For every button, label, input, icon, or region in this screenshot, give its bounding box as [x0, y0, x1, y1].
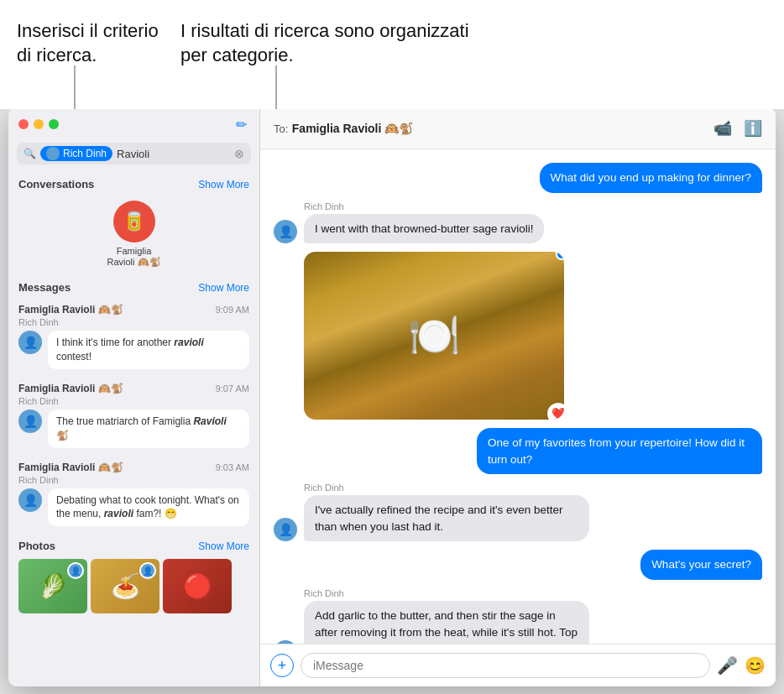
message-sub: Rich Dinh: [18, 396, 59, 406]
traffic-lights: [18, 119, 59, 129]
chat-recipient-name: Famiglia Ravioli 🙉🐒: [292, 122, 413, 135]
app-container: ✏ 🔍 Rich Dinh Ravioli ⊗ Conversations Sh…: [8, 107, 776, 686]
conversation-item[interactable]: 🥫 FamigliaRavioli 🙉🐒: [8, 194, 259, 274]
annotation-left: Inserisci il criterio di ricerca.: [17, 15, 164, 67]
minimize-button[interactable]: [34, 119, 44, 129]
reaction-bubble[interactable]: ❤️: [547, 403, 564, 420]
compose-button[interactable]: ✏: [233, 116, 249, 133]
photos-title: Photos: [18, 540, 55, 552]
chat-panel: To: Famiglia Ravioli 🙉🐒 📹 ℹ️ What did yo…: [260, 107, 776, 686]
message-meta: Famiglia Ravioli 🙉🐒 9:09 AM: [18, 304, 249, 316]
message-image: 🍽️ ❤️: [274, 252, 762, 420]
messages-title: Messages: [18, 281, 71, 294]
callout-line-left: [74, 65, 76, 109]
msg-sender-label: Rich Dinh: [304, 201, 344, 211]
conversations-show-more[interactable]: Show More: [198, 179, 249, 190]
search-contact-chip[interactable]: Rich Dinh: [40, 146, 112, 161]
annotation-area: Inserisci il criterio di ricerca. I risu…: [0, 0, 784, 109]
sidebar-scroll[interactable]: Conversations Show More 🥫 FamigliaRaviol…: [8, 171, 259, 686]
search-clear-icon[interactable]: ⊗: [234, 147, 244, 160]
message-list-item[interactable]: Famiglia Ravioli 🙉🐒 9:03 AM Rich Dinh 👤 …: [8, 455, 259, 534]
conversation-name: FamigliaRavioli 🙉🐒: [107, 246, 160, 268]
message-sub: Rich Dinh: [18, 317, 59, 327]
msg-avatar: 👤: [18, 331, 42, 354]
chat-avatar: 👤: [274, 518, 297, 541]
close-button[interactable]: [18, 119, 29, 129]
message-sub: Rich Dinh: [18, 475, 59, 485]
messages-show-more[interactable]: Show More: [198, 282, 249, 294]
message-outgoing: What did you end up making for dinner?: [274, 163, 762, 193]
messages-header: Messages Show More: [8, 274, 259, 297]
message-input[interactable]: [301, 653, 710, 678]
message-sender: Famiglia Ravioli 🙉🐒: [18, 304, 123, 316]
message-time: 9:09 AM: [216, 305, 249, 315]
pasta-image: 🍽️ ❤️: [304, 252, 564, 420]
photo-thumb-1[interactable]: 🥬 👤: [18, 559, 87, 613]
msg-preview: The true matriarch of Famiglia Ravioli 🐒: [48, 410, 249, 448]
bubble-outgoing: What did you end up making for dinner?: [540, 163, 762, 193]
message-sender: Famiglia Ravioli 🙉🐒: [18, 462, 123, 473]
image-message-container[interactable]: 🍽️ ❤️: [304, 252, 564, 420]
chat-messages[interactable]: What did you end up making for dinner? R…: [260, 149, 776, 644]
photo-thumb-3[interactable]: 🔴: [163, 559, 232, 613]
message-sender: Famiglia Ravioli 🙉🐒: [18, 383, 123, 394]
chat-recipient-area: To: Famiglia Ravioli 🙉🐒: [274, 121, 413, 136]
msg-sender-label: Rich Dinh: [304, 588, 344, 598]
msg-preview: Debating what to cook tonight. What's on…: [48, 488, 249, 527]
chat-avatar: 👤: [274, 220, 297, 243]
search-icon: 🔍: [24, 148, 36, 159]
chat-to-label: To:: [274, 123, 288, 135]
fullscreen-button[interactable]: [49, 119, 59, 129]
photo-thumb-2[interactable]: 🍝 👤: [91, 559, 159, 613]
callout-line-right: [275, 65, 277, 109]
photos-header: Photos Show More: [8, 533, 259, 556]
msg-avatar: 👤: [18, 488, 42, 512]
search-contact-name: Rich Dinh: [63, 148, 107, 159]
message-row: 👤 I think it's time for another ravioli …: [18, 331, 249, 369]
info-icon[interactable]: ℹ️: [744, 119, 762, 138]
bubble-outgoing: One of my favorites from your repertoire…: [477, 428, 762, 474]
sidebar-header: ✏: [8, 107, 259, 139]
bubble-outgoing: What's your secret?: [640, 550, 762, 580]
add-button[interactable]: +: [270, 654, 294, 677]
bubble-incoming: Add garlic to the butter, and then stir …: [304, 601, 589, 644]
pasta-image-inner: 🍽️: [304, 252, 564, 420]
msg-with-avatar: 👤 I've actually refined the recipe and i…: [274, 495, 589, 541]
message-list-item[interactable]: Famiglia Ravioli 🙉🐒 9:07 AM Rich Dinh 👤 …: [8, 376, 259, 455]
video-call-icon[interactable]: 📹: [713, 119, 732, 138]
msg-preview: I think it's time for another ravioli co…: [48, 331, 249, 369]
msg-with-avatar: 👤 I went with that browned-butter sage r…: [274, 214, 544, 244]
bubble-incoming: I went with that browned-butter sage rav…: [304, 214, 544, 244]
message-meta: Famiglia Ravioli 🙉🐒 9:07 AM: [18, 383, 249, 394]
search-bar[interactable]: 🔍 Rich Dinh Ravioli ⊗: [17, 143, 251, 164]
message-time: 9:03 AM: [216, 462, 249, 472]
emoji-icon[interactable]: 😊: [745, 655, 766, 676]
msg-avatar: 👤: [18, 410, 42, 433]
contact-avatar-tiny: [46, 147, 60, 160]
message-row: 👤 Debating what to cook tonight. What's …: [18, 488, 249, 527]
chat-header: To: Famiglia Ravioli 🙉🐒 📹 ℹ️: [260, 107, 776, 149]
message-incoming: Rich Dinh 👤 Add garlic to the butter, an…: [274, 588, 762, 644]
message-outgoing: What's your secret?: [274, 550, 762, 580]
conversations-header: Conversations Show More: [8, 171, 259, 194]
msg-sender-label: Rich Dinh: [304, 483, 344, 493]
photos-show-more[interactable]: Show More: [198, 540, 249, 552]
search-query: Ravioli: [117, 148, 230, 160]
conversations-title: Conversations: [18, 178, 94, 190]
message-incoming: Rich Dinh 👤 I went with that browned-but…: [274, 201, 762, 244]
msg-with-avatar: 👤 Add garlic to the butter, and then sti…: [274, 601, 589, 644]
bubble-incoming: I've actually refined the recipe and it'…: [304, 495, 589, 541]
message-list-item[interactable]: Famiglia Ravioli 🙉🐒 9:09 AM Rich Dinh 👤 …: [8, 297, 259, 376]
message-time: 9:07 AM: [216, 384, 249, 394]
sidebar: ✏ 🔍 Rich Dinh Ravioli ⊗ Conversations Sh…: [8, 107, 260, 686]
message-meta: Famiglia Ravioli 🙉🐒 9:03 AM: [18, 462, 249, 473]
photos-grid: 🥬 👤 🍝 👤 🔴: [8, 556, 259, 620]
chat-header-actions: 📹 ℹ️: [713, 119, 762, 138]
message-incoming: Rich Dinh 👤 I've actually refined the re…: [274, 483, 762, 541]
chat-input-bar: + 🎤 😊: [260, 644, 776, 686]
annotation-right: I risultati di ricerca sono organizzati …: [180, 15, 474, 67]
conversation-avatar: 🥫: [113, 201, 155, 243]
message-row: 👤 The true matriarch of Famiglia Ravioli…: [18, 410, 249, 448]
audio-icon[interactable]: 🎤: [717, 655, 738, 676]
message-outgoing: One of my favorites from your repertoire…: [274, 428, 762, 474]
